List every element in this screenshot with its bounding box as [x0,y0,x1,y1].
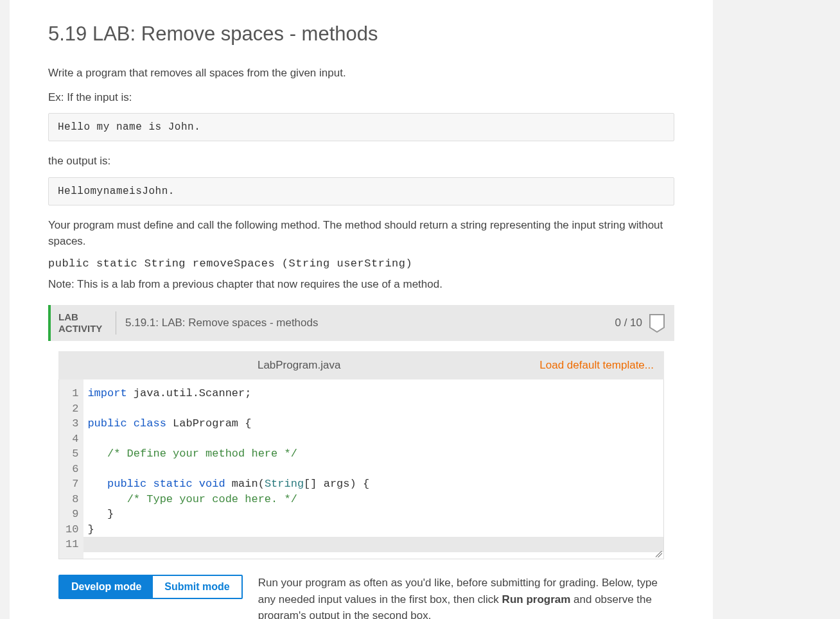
page-title: 5.19 LAB: Remove spaces - methods [48,22,674,46]
develop-mode-button[interactable]: Develop mode [60,576,153,598]
code-area[interactable]: import java.util.Scanner; public class L… [83,379,663,559]
file-header: LabProgram.java Load default template... [58,351,664,379]
lab-header: LAB ACTIVITY 5.19.1: LAB: Remove spaces … [48,305,674,341]
lab-score: 0 / 10 [615,317,642,329]
shield-icon [649,313,665,333]
lab-panel: LAB ACTIVITY 5.19.1: LAB: Remove spaces … [48,305,674,619]
load-default-template-link[interactable]: Load default template... [539,359,664,372]
code-line[interactable] [87,462,658,477]
example-output-box: HellomynameisJohn. [48,177,674,205]
help-text-bold: Run program [502,593,571,606]
line-number-gutter: 1234567891011 [59,379,83,559]
code-line[interactable]: public static void main(String[] args) { [87,476,658,492]
example-input-label: Ex: If the input is: [48,89,674,106]
page-container: 5.19 LAB: Remove spaces - methods Write … [10,0,713,619]
method-signature: public static String removeSpaces (Strin… [48,257,674,270]
code-line[interactable] [87,401,658,417]
intro-text: Write a program that removes all spaces … [48,65,674,82]
resize-grip-icon[interactable] [656,551,662,557]
lab-activity-label: LAB ACTIVITY [58,311,116,335]
code-line[interactable] [83,537,663,552]
mode-toggle: Develop mode Submit mode [58,575,243,599]
mode-row: Develop mode Submit mode Run your progra… [58,575,664,619]
code-line[interactable]: /* Define your method here */ [87,446,658,462]
code-line[interactable]: public class LabProgram { [87,416,658,432]
code-editor[interactable]: 1234567891011 import java.util.Scanner; … [58,379,664,559]
example-output-label: the output is: [48,153,674,170]
note-text: Note: This is a lab from a previous chap… [48,276,674,293]
code-line[interactable]: } [87,522,658,537]
example-input-box: Hello my name is John. [48,113,674,141]
mode-help-text: Run your program as often as you'd like,… [258,575,664,619]
code-line[interactable] [87,432,658,447]
method-description: Your program must define and call the fo… [48,217,674,250]
code-card: LabProgram.java Load default template...… [48,341,674,619]
code-line[interactable]: /* Type your code here. */ [87,492,658,507]
filename-label: LabProgram.java [58,359,539,372]
submit-mode-button[interactable]: Submit mode [153,576,241,598]
code-line[interactable]: } [87,507,658,522]
lab-title: 5.19.1: LAB: Remove spaces - methods [116,317,615,329]
code-line[interactable]: import java.util.Scanner; [87,386,658,401]
svg-marker-0 [650,315,664,332]
